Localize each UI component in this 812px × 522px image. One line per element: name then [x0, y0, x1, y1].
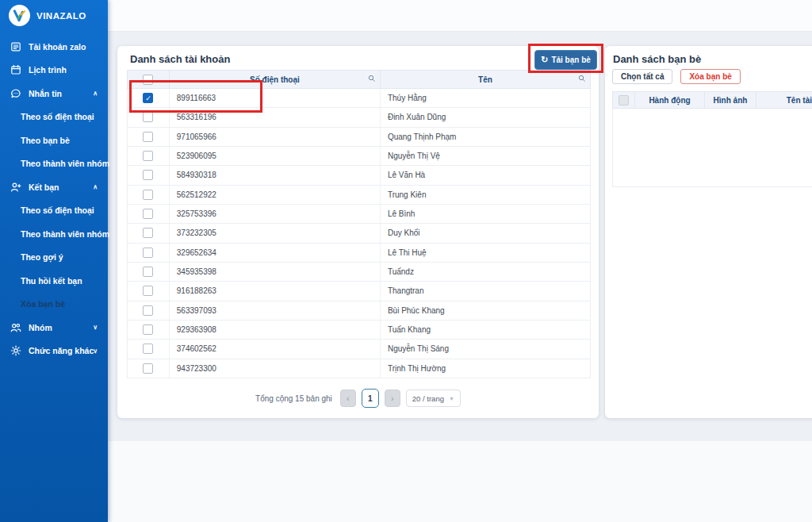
row-checkbox[interactable]: [143, 151, 153, 161]
team-icon: [10, 322, 21, 333]
name-cell: Lê Bình: [381, 205, 590, 223]
sidebar-item-chuc-nang-khac[interactable]: Chức năng khác∨: [0, 340, 108, 363]
friends-table-header: Hành độngHình ảnhTên tài khoản: [612, 91, 812, 109]
row-checkbox[interactable]: [143, 363, 153, 374]
sidebar-item-tai-khoan-zalo[interactable]: Tài khoản zalo: [0, 35, 108, 59]
sidebar-item-nhan-tin-theo-thanh-vien-nhom[interactable]: Theo thành viên nhóm: [0, 152, 108, 176]
load-friends-button[interactable]: ↻ Tải bạn bè: [534, 50, 597, 70]
sidebar-item-nhan-tin[interactable]: Nhắn tin∧: [0, 82, 108, 106]
page-number-button[interactable]: 1: [362, 389, 379, 408]
name-cell: Nguyễn Thị Sáng: [381, 340, 590, 358]
select-all-button[interactable]: Chọn tất cả: [612, 69, 672, 84]
row-checkbox[interactable]: [143, 286, 153, 296]
sidebar-item-thu-hoi-ket-ban[interactable]: Thu hồi kết bạn: [0, 269, 108, 293]
name-cell: Đinh Xuân Dũng: [381, 108, 590, 126]
row-checkbox[interactable]: [143, 324, 153, 335]
friends-panel: Danh sách bạn bè Chọn tất cả Xóa bạn bè …: [605, 46, 812, 418]
chevron-down-icon: ∨: [93, 347, 98, 355]
phone-cell: 916188263: [170, 282, 381, 300]
name-cell: Tuấn Khang: [381, 320, 590, 339]
sidebar-item-ket-ban-theo-thanh-vien-nhom[interactable]: Theo thành viên nhóm: [0, 222, 108, 246]
sidebar-item-label: Nhắn tin: [29, 89, 62, 98]
row-checkbox-cell: [128, 186, 170, 204]
sidebar-item-label: Theo số điện thoại: [21, 112, 94, 121]
sidebar-item-nhan-tin-theo-ban-be[interactable]: Theo bạn bè: [0, 129, 108, 152]
phone-cell: 563397093: [170, 301, 381, 320]
sidebar-item-label: Theo bạn bè: [21, 136, 70, 145]
select-all-checkbox[interactable]: [143, 75, 153, 85]
row-checkbox[interactable]: [143, 112, 153, 122]
sidebar-item-nhom[interactable]: Nhóm∨: [0, 316, 108, 340]
row-checkbox[interactable]: [143, 228, 153, 238]
accounts-table-header: Số điện thoại Tên: [127, 70, 591, 89]
chevron-down-icon: ∨: [93, 324, 98, 331]
sidebar-item-nhan-tin-theo-so-dien-thoai[interactable]: Theo số điện thoại: [0, 106, 108, 129]
row-checkbox-cell: ✓: [128, 89, 170, 107]
row-checkbox[interactable]: [143, 344, 153, 354]
table-row: 373232305Duy Khối: [127, 224, 591, 243]
id-card-icon: [10, 41, 21, 52]
sidebar-item-theo-goi-y[interactable]: Theo gợi ý: [0, 246, 108, 270]
search-icon[interactable]: [368, 75, 376, 84]
row-checkbox[interactable]: [143, 209, 153, 219]
sidebar-item-label: Chức năng khác: [29, 346, 94, 355]
row-checkbox-cell: [128, 340, 170, 358]
row-checkbox[interactable]: [143, 305, 153, 316]
friends-column-header: Tên tài khoản: [756, 92, 812, 108]
row-checkbox[interactable]: [143, 248, 153, 258]
total-records-label: Tổng cộng 15 bản ghi: [255, 394, 332, 403]
column-header-name[interactable]: Tên: [381, 71, 590, 88]
column-header-phone[interactable]: Số điện thoại: [170, 71, 381, 88]
sidebar-item-ket-ban[interactable]: Kết bạn∧: [0, 175, 108, 199]
next-page-button[interactable]: ›: [385, 390, 400, 407]
sidebar-item-label: Kết bạn: [29, 182, 59, 192]
vinazalo-logo-icon: [9, 5, 30, 26]
chevron-up-icon: ∧: [93, 90, 98, 97]
sidebar-nav: Tài khoản zaloLịch trìnhNhắn tin∧Theo số…: [0, 35, 108, 363]
table-row: 563397093Bùi Phúc Khang: [127, 301, 591, 320]
sidebar-item-ket-ban-theo-so-dien-thoai[interactable]: Theo số điện thoại: [0, 199, 108, 223]
row-checkbox-cell: [128, 263, 170, 281]
search-icon[interactable]: [578, 75, 586, 84]
row-checkbox-cell: [128, 128, 170, 146]
phone-cell: 971065966: [170, 128, 381, 146]
header-checkbox-cell: [128, 71, 170, 88]
name-cell: Bùi Phúc Khang: [381, 301, 590, 320]
row-checkbox[interactable]: ✓: [143, 93, 153, 103]
row-checkbox-cell: [128, 320, 170, 339]
row-checkbox-cell: [128, 282, 170, 300]
sidebar-item-lich-trinh[interactable]: Lịch trình: [0, 59, 108, 83]
row-checkbox[interactable]: [143, 132, 153, 142]
table-row: 943723300Trịnh Thị Hường: [127, 359, 591, 378]
table-row: 563316196Đinh Xuân Dũng: [127, 108, 591, 127]
accounts-panel-title: Danh sách tài khoản: [130, 53, 230, 65]
phone-cell: 943723300: [170, 359, 381, 378]
table-row: ✓899116663Thúy Hằng: [127, 89, 591, 108]
friends-table: Hành độngHình ảnhTên tài khoản: [612, 91, 812, 187]
table-row: 971065966Quang Thịnh Phạm: [127, 128, 591, 147]
phone-cell: 929363908: [170, 320, 381, 339]
row-checkbox[interactable]: [143, 267, 153, 277]
name-cell: Thúy Hằng: [381, 89, 590, 107]
sidebar-item-xoa-ban-be[interactable]: Xóa bạn bè: [0, 293, 108, 317]
table-row: 562512922Trung Kiên: [127, 186, 591, 205]
delete-friends-button[interactable]: Xóa bạn bè: [680, 69, 740, 84]
top-header-bar: [108, 0, 812, 32]
phone-cell: 584930318: [170, 166, 381, 184]
name-cell: Nguyễn Thị Vệ: [381, 147, 590, 165]
brand-header: VINAZALO: [0, 0, 108, 32]
sidebar-item-label: Lịch trình: [29, 65, 67, 75]
table-row: 916188263Thangtran: [127, 282, 591, 301]
table-row: 584930318Lê Văn Hà: [127, 166, 591, 185]
row-checkbox[interactable]: [143, 190, 153, 200]
row-checkbox-cell: [128, 244, 170, 262]
row-checkbox[interactable]: [143, 170, 153, 180]
row-checkbox-cell: [128, 147, 170, 165]
sidebar-item-label: Xóa bạn bè: [21, 299, 65, 309]
page-size-select[interactable]: 20 / trang ▼: [406, 390, 461, 407]
row-checkbox-cell: [128, 301, 170, 320]
row-checkbox-cell: [128, 359, 170, 378]
prev-page-button[interactable]: ‹: [340, 390, 356, 407]
row-checkbox-cell: [128, 166, 170, 184]
friends-column-header: Hành động: [635, 92, 705, 108]
